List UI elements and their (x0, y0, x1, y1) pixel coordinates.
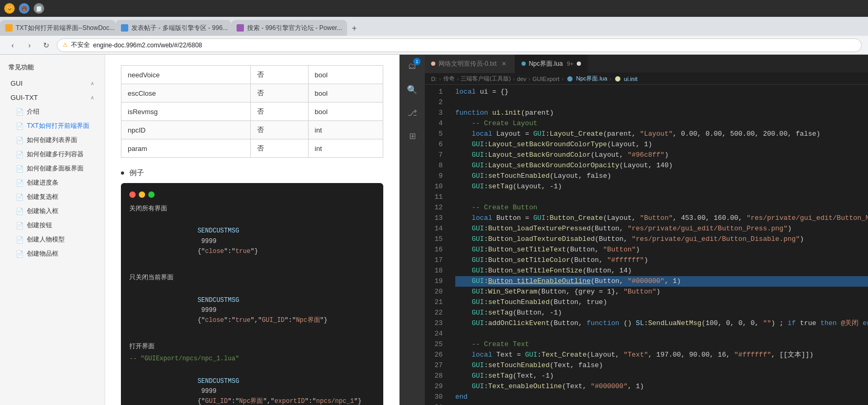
sidebar-sub-list[interactable]: 📄 如何创建列表界面 (0, 133, 105, 147)
plain-13c: : (546, 213, 550, 224)
plain-6b: : (484, 139, 488, 150)
forward-button[interactable]: › (23, 39, 36, 52)
plain-19a (455, 276, 472, 287)
sidebar-sub-multirow[interactable]: 📄 如何创建多行列容器 (0, 147, 105, 161)
plain-20a (455, 287, 472, 297)
str-5: "Layout" (640, 129, 672, 139)
sidebar-sub-input-label: 创建输入框 (27, 207, 58, 216)
browser-chrome: 🐱 🐻 🗒️ TXT如何打开前端界面--ShowDoc... ✕ 发表帖子 - … (0, 0, 868, 55)
new-tab-button[interactable]: + (347, 21, 362, 36)
activity-icon-extensions[interactable]: ⊞ (405, 128, 420, 143)
plain-15c: (Button, (595, 234, 631, 245)
sidebar-sub-input[interactable]: 📄 创建输入框 (0, 204, 105, 218)
back-button[interactable]: ‹ (6, 39, 19, 52)
fn-16: Button_setTitleText (488, 245, 566, 255)
str-14: "res/private/gui_edit/Button_Press.png" (628, 224, 788, 234)
plain-23f: (100, 0, 0, 0, (701, 318, 763, 329)
browser-tab-1[interactable]: TXT如何打开前端界面--ShowDoc... ✕ (0, 20, 116, 36)
sidebar-sub-multipanel-label: 如何创建多面板界面 (27, 164, 84, 173)
sidebar-sub-intro[interactable]: 📄 介绍 (0, 105, 105, 119)
code-num-2: 9999 (198, 307, 220, 314)
table-cell-type: bool (308, 84, 383, 103)
ln-16: 16 (425, 245, 443, 255)
ln-20: 20 (425, 287, 443, 297)
sidebar-sub-checkbox[interactable]: 📄 创建复选框 (0, 190, 105, 204)
kw-end-1: end (863, 318, 868, 329)
sidebar-sub-progress[interactable]: 📄 创建进度条 (0, 176, 105, 190)
sidebar-sub-character[interactable]: 📄 创建人物模型 (0, 232, 105, 247)
activity-icon-files[interactable]: 🗂 1 (405, 59, 420, 74)
url-bar[interactable]: ⚠ 不安全 engine-doc.996m2.com/web/#/22/6808 (57, 38, 862, 52)
breadcrumb-uiinit[interactable]: ui.init (624, 76, 638, 82)
breadcrumb-client[interactable]: 三端客户端(工具版) (461, 75, 510, 83)
fn-18: Button_setTitleFontSize (488, 266, 582, 276)
doc-icon-txt-open: 📄 (16, 123, 24, 130)
code-line-19: GUI:Button_titleEnableOutline(Button, "#… (455, 276, 868, 287)
gui-16: GUI (472, 245, 484, 255)
sidebar-sub-item-frame[interactable]: 📄 创建物品框 (0, 247, 105, 261)
code-line-23: GUI:addOnClickEvent(Button, function () … (455, 318, 868, 329)
table-row: param 否 int (121, 139, 383, 158)
breadcrumb-dev[interactable]: dev (517, 76, 526, 82)
fn-23: addOnClickEvent (488, 318, 549, 329)
code-line-5: local Layout = GUI:Layout_Create(parent,… (455, 129, 868, 139)
ln-14: 14 (425, 224, 443, 234)
sidebar-item-gui[interactable]: GUI ∧ (0, 76, 105, 90)
plain-3a (488, 108, 492, 118)
code-str-guiid: GUI_ID (262, 317, 284, 324)
plain-5a (455, 129, 472, 139)
code-line-20: GUI:Win_SetParam(Button, {grey = 1}, "Bu… (455, 287, 868, 297)
plain-13b: Button = (492, 213, 533, 224)
code-str-true-2: true (236, 317, 251, 324)
tab-label-3: 搜索 - 996引擎官方论坛 - Power... (247, 24, 342, 33)
plain-21b: : (484, 297, 488, 308)
fn-8: Layout_setBackGroundColorOpacity (488, 160, 619, 171)
activity-icon-git[interactable]: ⎇ (405, 105, 420, 120)
ln-18: 18 (425, 266, 443, 276)
activity-icon-search[interactable]: 🔍 (405, 82, 420, 97)
sidebar-sub-multipanel[interactable]: 📄 如何创建多面板界面 (0, 161, 105, 176)
plain-21c: (Button, true) (549, 297, 607, 308)
editor-tab-txt[interactable]: 网络文明宣传员-0.txt ✕ (425, 55, 515, 73)
kw-function-23: function (587, 318, 619, 329)
code-block-header (129, 191, 375, 198)
plain-26a (455, 350, 472, 360)
browser-tab-3[interactable]: 搜索 - 996引擎官方论坛 - Power... ✕ (231, 20, 347, 36)
txt-file-icon (431, 62, 435, 66)
sidebar-sub-txt-open[interactable]: 📄 TXT如何打开前端界面 (0, 119, 105, 133)
plain-13e: , 453.00, 160.00, (673, 213, 747, 224)
table-row: npcID 否 int (121, 121, 383, 139)
sidebar-sub-button[interactable]: 📄 创建按钮 (0, 218, 105, 232)
breadcrumb-npcfile[interactable]: Npc界面.lua (576, 75, 607, 83)
browser-tab-2[interactable]: 发表帖子 - 多端版引擎专区 - 996... ✕ (116, 20, 231, 36)
code-comment-lua: -- "GUIExport/npcs/npc_1.lua" (129, 354, 375, 364)
code-editor[interactable]: 1 2 3 4 5 6 7 8 9 10 11 12 13 14 15 16 1 (425, 85, 868, 405)
code-line-26: local Text = GUI:Text_Create(Layout, "Te… (455, 350, 868, 360)
docs-panel: 常见功能 GUI ∧ GUI-TXT ∧ 📄 介绍 📄 TXT如何打开前端界面 (0, 55, 400, 405)
plain-22a (455, 308, 472, 318)
ln-21: 21 (425, 297, 443, 308)
editor-tab-lua[interactable]: Npc界面.lua 9+ (515, 55, 588, 73)
str-16: "Button" (603, 245, 636, 255)
table-cell-required: 否 (251, 139, 308, 158)
sidebar-sub-txt-open-label: TXT如何打开前端界面 (27, 122, 89, 130)
plain-14c: (Button, (590, 224, 627, 234)
tab-favicon-2 (121, 24, 128, 32)
code-brace-4: {" (198, 317, 205, 324)
gui-22: GUI (472, 308, 484, 318)
breadcrumb-legend[interactable]: 传奇 (443, 75, 455, 83)
gui-13: GUI (533, 213, 545, 224)
code-brace-3: "} (250, 248, 258, 255)
table-cell-type: int (308, 139, 383, 158)
breadcrumb-d[interactable]: D: (431, 76, 437, 82)
plain-9a (455, 171, 472, 181)
fn-27: setTouchEnabled (488, 360, 549, 371)
tab-txt-close[interactable]: ✕ (500, 59, 508, 68)
code-content[interactable]: local ui = {} function ui.init(parent) -… (451, 85, 868, 405)
code-line-31 (455, 402, 868, 405)
reload-button[interactable]: ↻ (40, 39, 53, 52)
code-line-1: local ui = {} (455, 87, 868, 97)
breadcrumb-guiexport[interactable]: GUIExport (533, 76, 559, 82)
plain-17a (455, 255, 472, 266)
sidebar-item-guitxt[interactable]: GUI-TXT ∧ (0, 90, 105, 105)
